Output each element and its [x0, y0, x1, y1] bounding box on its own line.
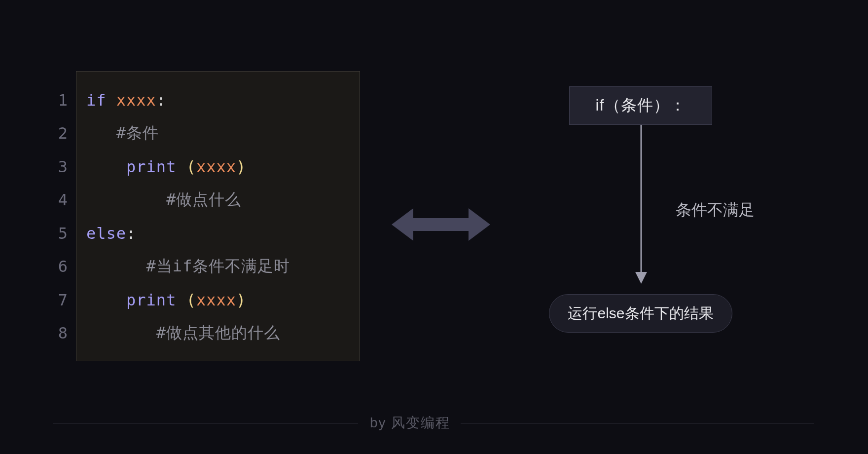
code-line: 5else: [76, 217, 360, 250]
line-number: 7 [49, 291, 68, 309]
flow-if-box: if（条件）： [569, 86, 712, 125]
double-arrow-icon [392, 206, 490, 243]
code-line: 8 #做点其他的什么 [76, 317, 360, 350]
line-number: 5 [49, 224, 68, 243]
code-line: 3 print (xxxx) [76, 150, 360, 184]
code-line: 1if xxxx: [76, 83, 360, 117]
footer-divider-right [461, 423, 814, 423]
line-number: 8 [49, 324, 68, 342]
code-content: else: [86, 224, 136, 243]
code-line: 2 #条件 [76, 117, 360, 151]
code-line: 6 #当if条件不满足时 [76, 250, 360, 284]
code-content: if xxxx: [86, 91, 166, 110]
code-content: #当if条件不满足时 [86, 256, 290, 277]
flow-else-label: 运行else条件下的结果 [568, 303, 713, 324]
line-number: 3 [49, 157, 68, 176]
line-number: 1 [49, 91, 68, 110]
code-block: 1if xxxx:2 #条件3 print (xxxx)4 #做点什么5else… [76, 71, 360, 361]
code-content: #做点什么 [86, 189, 241, 211]
svg-marker-2 [635, 272, 647, 284]
svg-marker-0 [392, 208, 490, 241]
footer-divider-left [53, 423, 358, 423]
diagram-canvas: 1if xxxx:2 #条件3 print (xxxx)4 #做点什么5else… [0, 0, 868, 454]
code-content: #做点其他的什么 [86, 322, 280, 344]
code-content: #条件 [86, 122, 159, 144]
flow-else-box: 运行else条件下的结果 [549, 294, 732, 333]
line-number: 4 [49, 190, 68, 209]
arrow-down-icon [639, 125, 643, 284]
line-number: 2 [49, 124, 68, 143]
code-line: 4 #做点什么 [76, 184, 360, 217]
flow-condition-label: 条件不满足 [676, 199, 755, 221]
line-number: 6 [49, 257, 68, 276]
flow-if-label: if（条件）： [596, 95, 686, 116]
code-content: print (xxxx) [86, 157, 246, 176]
code-content: print (xxxx) [86, 291, 246, 309]
code-line: 7 print (xxxx) [76, 283, 360, 317]
footer-attribution: by 风变编程 [370, 414, 450, 432]
